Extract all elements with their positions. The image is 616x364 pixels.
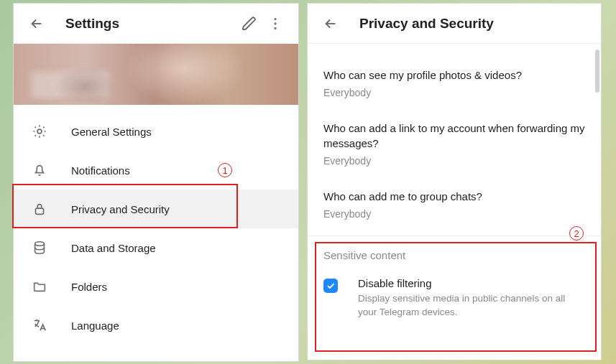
svg-point-2: [274, 27, 276, 29]
settings-header: Settings: [14, 4, 298, 44]
privacy-question: Who can see my profile photos & videos?: [323, 68, 585, 83]
privacy-question: Who can add me to group chats?: [323, 190, 585, 204]
settings-item-folders[interactable]: Folders: [14, 267, 298, 306]
check-icon: [326, 281, 336, 291]
pencil-icon: [242, 16, 257, 32]
callout-number-2: 2: [569, 226, 584, 241]
disable-filtering-desc: Display sensitive media in public channe…: [358, 292, 585, 319]
settings-item-privacy[interactable]: Privacy and Security: [14, 190, 298, 228]
settings-title: Settings: [65, 16, 236, 32]
more-button[interactable]: [262, 11, 288, 37]
arrow-left-icon: [29, 16, 45, 32]
settings-list: General Settings Notifications Privacy a…: [14, 105, 298, 345]
section-title: Sensitive content: [323, 249, 585, 261]
privacy-value: Everybody: [323, 208, 585, 220]
privacy-header: Privacy and Security: [308, 4, 601, 44]
lock-icon: [31, 200, 48, 218]
disable-filtering-row[interactable]: Disable filtering Display sensitive medi…: [323, 277, 585, 319]
settings-item-label: Privacy and Security: [71, 203, 170, 215]
settings-item-general[interactable]: General Settings: [14, 112, 298, 151]
settings-item-label: General Settings: [71, 126, 152, 138]
folder-icon: [31, 278, 48, 295]
privacy-item-group-chats[interactable]: Who can add me to group chats? Everybody: [323, 179, 585, 233]
database-icon: [31, 239, 48, 256]
svg-point-0: [274, 17, 276, 19]
gear-icon: [31, 123, 48, 140]
privacy-title: Privacy and Security: [359, 16, 591, 32]
svg-point-5: [35, 242, 45, 246]
privacy-value: Everybody: [323, 87, 585, 98]
settings-item-label: Data and Storage: [71, 242, 156, 254]
more-vertical-icon: [267, 16, 283, 32]
svg-point-3: [37, 129, 42, 134]
scrollbar[interactable]: [595, 50, 599, 93]
sensitive-content-section: Sensitive content Disable filtering Disp…: [308, 236, 601, 327]
back-button[interactable]: [318, 11, 344, 37]
settings-item-label: Folders: [71, 281, 107, 293]
settings-item-notifications[interactable]: Notifications: [14, 151, 298, 190]
privacy-list: Who can see my profile photos & videos? …: [308, 44, 601, 233]
profile-banner[interactable]: [14, 44, 298, 105]
disable-filtering-label: Disable filtering: [358, 277, 585, 289]
svg-point-1: [274, 22, 276, 24]
privacy-panel: Privacy and Security Who can see my prof…: [307, 3, 602, 360]
privacy-value: Everybody: [323, 155, 585, 167]
bell-icon: [31, 162, 48, 179]
settings-panel: Settings General Settings Notifications: [13, 3, 299, 362]
back-button[interactable]: [24, 11, 50, 37]
privacy-item-profile-photos[interactable]: Who can see my profile photos & videos? …: [323, 58, 585, 111]
profile-name-blurred: [31, 72, 110, 98]
settings-item-label: Notifications: [71, 164, 130, 177]
privacy-question: Who can add a link to my account when fo…: [323, 121, 585, 151]
privacy-item-forward-link[interactable]: Who can add a link to my account when fo…: [323, 111, 585, 179]
disable-filtering-checkbox[interactable]: [323, 279, 338, 293]
settings-item-label: Language: [71, 319, 119, 332]
settings-item-data-storage[interactable]: Data and Storage: [14, 228, 298, 267]
edit-button[interactable]: [236, 11, 262, 37]
arrow-left-icon: [323, 16, 339, 32]
svg-rect-4: [36, 208, 44, 214]
callout-number-1: 1: [218, 163, 232, 177]
language-icon: [31, 317, 48, 334]
disable-filtering-body: Disable filtering Display sensitive medi…: [358, 277, 585, 319]
settings-item-language[interactable]: Language: [14, 306, 298, 345]
